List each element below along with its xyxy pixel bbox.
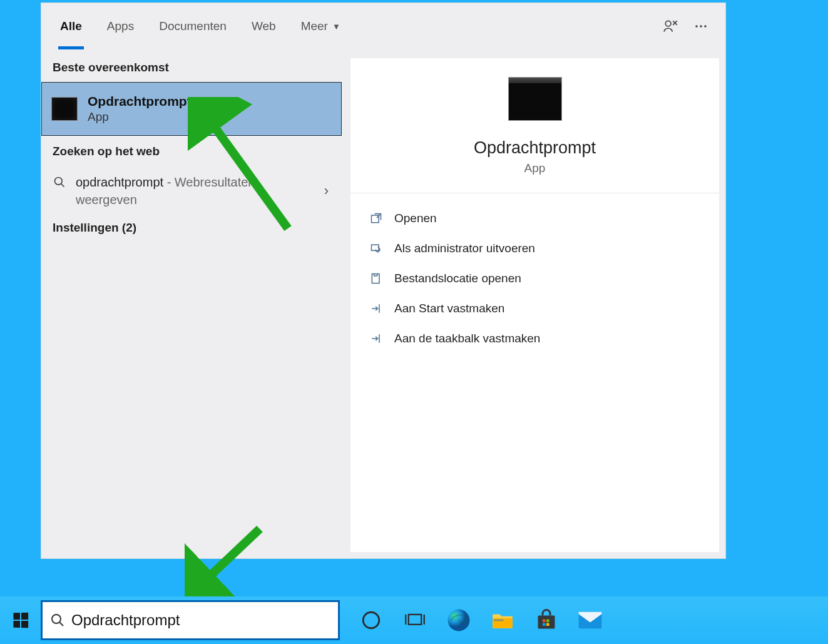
cortana-icon[interactable] <box>357 606 385 634</box>
action-admin-label: Als administrator uitvoeren <box>394 242 535 255</box>
folder-location-icon <box>369 272 383 285</box>
start-button[interactable] <box>0 596 41 644</box>
best-match-header: Beste overeenkomst <box>41 52 342 81</box>
svg-rect-24 <box>546 623 549 626</box>
svg-point-2 <box>700 25 702 28</box>
action-open[interactable]: Openen <box>367 205 703 232</box>
action-pin-to-start[interactable]: Aan Start vastmaken <box>367 295 703 322</box>
svg-rect-19 <box>494 619 504 621</box>
taskbar-search-box[interactable] <box>41 600 340 640</box>
svg-point-4 <box>55 178 63 185</box>
settings-header[interactable]: Instellingen (2) <box>41 212 342 241</box>
taskbar-pinned-apps <box>340 606 604 634</box>
tab-all-label: Alle <box>60 19 82 33</box>
tab-more[interactable]: Meer▼ <box>289 3 353 49</box>
web-result-term: opdrachtprompt <box>76 175 163 189</box>
preview-card: Opdrachtprompt App Openen Als adm <box>350 58 719 552</box>
filter-tabs: Alle Apps Documenten Web Meer▼ <box>41 3 725 49</box>
search-results-panel: Alle Apps Documenten Web Meer▼ Beste ove… <box>41 3 726 559</box>
action-open-file-location[interactable]: Bestandslocatie openen <box>367 265 703 292</box>
best-match-title: Opdrachtprompt <box>88 94 192 109</box>
search-icon <box>50 613 65 628</box>
open-icon <box>369 212 383 225</box>
tab-apps[interactable]: Apps <box>95 3 146 49</box>
action-run-as-admin[interactable]: Als administrator uitvoeren <box>367 235 703 262</box>
tab-web-label: Web <box>252 19 276 33</box>
web-result-text: opdrachtprompt - Webresultaten weergeven <box>76 173 317 208</box>
preview-header: Opdrachtprompt App <box>350 58 719 193</box>
action-pin-taskbar-label: Aan de taakbalk vastmaken <box>394 332 540 345</box>
web-search-header: Zoeken op het web <box>41 136 342 165</box>
action-location-label: Bestandslocatie openen <box>394 272 521 285</box>
action-pin-to-taskbar[interactable]: Aan de taakbalk vastmaken <box>367 325 703 352</box>
svg-point-13 <box>363 612 379 628</box>
mail-icon[interactable] <box>576 606 604 634</box>
feedback-icon[interactable] <box>656 11 686 41</box>
more-options-icon[interactable] <box>686 11 716 41</box>
svg-point-0 <box>665 21 671 26</box>
chevron-right-icon[interactable]: › <box>324 183 332 199</box>
microsoft-store-icon[interactable] <box>533 606 560 634</box>
file-explorer-icon[interactable] <box>489 606 516 634</box>
pin-icon <box>369 332 383 345</box>
svg-rect-23 <box>543 623 546 626</box>
cmd-prompt-icon <box>508 77 562 121</box>
action-pin-start-label: Aan Start vastmaken <box>394 302 504 315</box>
preview-title: Opdrachtprompt <box>474 138 596 158</box>
svg-rect-21 <box>543 620 546 623</box>
tab-web[interactable]: Web <box>239 3 289 49</box>
pin-icon <box>369 302 383 315</box>
tab-more-label: Meer <box>301 19 328 33</box>
search-input[interactable] <box>65 602 330 638</box>
taskbar <box>0 596 828 644</box>
tab-apps-label: Apps <box>107 19 134 33</box>
svg-point-12 <box>52 615 61 623</box>
windows-logo-icon <box>13 613 28 628</box>
search-icon <box>51 173 68 188</box>
svg-rect-14 <box>409 615 421 625</box>
admin-shield-icon <box>369 242 383 255</box>
best-match-text: Opdrachtprompt App <box>88 94 192 124</box>
web-result-item[interactable]: opdrachtprompt - Webresultaten weergeven… <box>41 165 342 212</box>
best-match-item[interactable]: Opdrachtprompt App <box>41 82 342 136</box>
cmd-prompt-icon <box>51 97 78 121</box>
tab-documents-label: Documenten <box>159 19 227 33</box>
task-view-icon[interactable] <box>401 606 429 634</box>
results-list: Beste overeenkomst Opdrachtprompt App Zo… <box>41 49 342 558</box>
tab-documents[interactable]: Documenten <box>146 3 239 49</box>
best-match-subtitle: App <box>88 110 192 124</box>
edge-browser-icon[interactable] <box>445 606 473 634</box>
action-open-label: Openen <box>394 212 437 225</box>
svg-rect-6 <box>372 245 379 250</box>
chevron-down-icon: ▼ <box>332 22 340 31</box>
preview-actions: Openen Als administrator uitvoeren Besta… <box>350 193 719 364</box>
preview-subtitle: App <box>524 161 546 175</box>
svg-point-1 <box>695 25 698 28</box>
svg-point-3 <box>704 25 707 28</box>
tab-all[interactable]: Alle <box>48 3 95 49</box>
results-body: Beste overeenkomst Opdrachtprompt App Zo… <box>41 49 725 558</box>
preview-column: Opdrachtprompt App Openen Als adm <box>342 49 725 558</box>
svg-rect-22 <box>546 620 549 623</box>
svg-rect-7 <box>372 274 379 284</box>
